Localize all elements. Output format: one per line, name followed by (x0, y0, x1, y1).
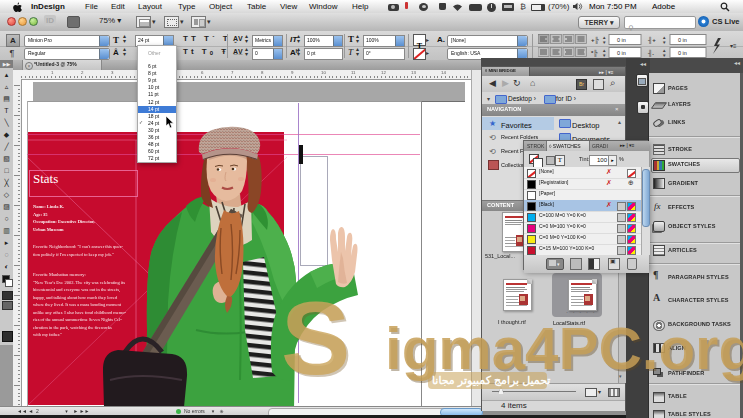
svg-text:0 in: 0 in (678, 37, 687, 43)
svg-text:0 in: 0 in (678, 50, 687, 56)
svg-text:▼: ▼ (602, 40, 606, 45)
svg-text:▾≡: ▾≡ (730, 43, 737, 49)
svg-text:▼: ▼ (662, 40, 666, 45)
svg-text:╢.: ╢. (647, 49, 654, 57)
svg-text:0 in: 0 in (617, 37, 626, 43)
svg-text:*╠: *╠ (591, 49, 598, 57)
svg-text:╢+: ╢+ (647, 36, 656, 44)
svg-text:+╠: +╠ (591, 36, 600, 44)
svg-text:0 in: 0 in (617, 50, 626, 56)
